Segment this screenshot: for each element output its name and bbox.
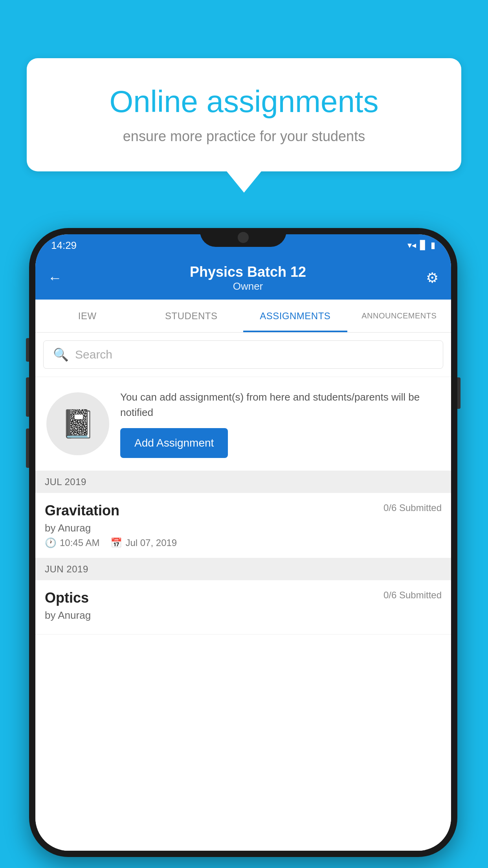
screen-content: 🔍 Search 📓 You can add assignment(s) fro… bbox=[35, 333, 451, 851]
status-time: 14:29 bbox=[51, 239, 77, 252]
assignment-name-optics: Optics bbox=[45, 590, 89, 606]
search-container: 🔍 Search bbox=[35, 333, 451, 377]
wifi-icon: ▾◂ bbox=[407, 240, 416, 250]
app-bar-subtitle: Owner bbox=[70, 280, 426, 292]
section-header-jun: JUN 2019 bbox=[35, 558, 451, 580]
silent-button bbox=[26, 428, 29, 468]
assignment-submitted-gravitation: 0/6 Submitted bbox=[383, 502, 442, 513]
phone-camera bbox=[238, 232, 249, 243]
tabs-bar: IEW STUDENTS ASSIGNMENTS ANNOUNCEMENTS bbox=[35, 300, 451, 333]
section-header-jul: JUL 2019 bbox=[35, 471, 451, 493]
calendar-icon: 📅 bbox=[110, 537, 122, 548]
assignment-submitted-optics: 0/6 Submitted bbox=[383, 590, 442, 601]
speech-bubble-wrapper: Online assignments ensure more practice … bbox=[27, 58, 461, 193]
assignment-date-value: Jul 07, 2019 bbox=[125, 537, 177, 548]
phone-wrapper: 14:29 ▾◂ ▊ ▮ ← Physics Batch 12 Owner ⚙ … bbox=[29, 228, 457, 857]
app-bar: ← Physics Batch 12 Owner ⚙ bbox=[35, 256, 451, 300]
search-placeholder: Search bbox=[75, 348, 112, 361]
assignment-by-optics: by Anurag bbox=[45, 609, 442, 622]
assignment-date: 📅 Jul 07, 2019 bbox=[110, 537, 177, 548]
volume-down-button bbox=[26, 377, 29, 417]
assignment-time-value: 10:45 AM bbox=[60, 537, 99, 548]
battery-icon: ▮ bbox=[431, 240, 435, 250]
phone-frame: 14:29 ▾◂ ▊ ▮ ← Physics Batch 12 Owner ⚙ … bbox=[29, 228, 457, 857]
add-assignment-button[interactable]: Add Assignment bbox=[120, 428, 228, 458]
signal-icon: ▊ bbox=[420, 240, 427, 250]
assignment-item-gravitation[interactable]: Gravitation 0/6 Submitted by Anurag 🕐 10… bbox=[35, 493, 451, 558]
tab-overview[interactable]: IEW bbox=[35, 300, 139, 332]
empty-state-text: You can add assignment(s) from here and … bbox=[120, 390, 440, 420]
search-icon: 🔍 bbox=[53, 347, 69, 362]
search-box[interactable]: 🔍 Search bbox=[43, 340, 443, 369]
clock-icon: 🕐 bbox=[45, 537, 57, 548]
app-bar-title: Physics Batch 12 bbox=[70, 263, 426, 280]
volume-up-button bbox=[26, 338, 29, 362]
tab-assignments[interactable]: ASSIGNMENTS bbox=[243, 300, 347, 332]
empty-state-right: You can add assignment(s) from here and … bbox=[120, 390, 440, 458]
assignment-time: 🕐 10:45 AM bbox=[45, 537, 99, 548]
assignment-top: Gravitation 0/6 Submitted bbox=[45, 502, 442, 519]
status-icons: ▾◂ ▊ ▮ bbox=[407, 240, 435, 250]
tab-students[interactable]: STUDENTS bbox=[139, 300, 244, 332]
notebook-icon: 📓 bbox=[61, 408, 95, 440]
settings-button[interactable]: ⚙ bbox=[426, 270, 438, 286]
speech-bubble-subtitle: ensure more practice for your students bbox=[58, 128, 430, 145]
speech-bubble-tail bbox=[227, 171, 261, 193]
speech-bubble: Online assignments ensure more practice … bbox=[27, 58, 461, 171]
assignment-meta-gravitation: 🕐 10:45 AM 📅 Jul 07, 2019 bbox=[45, 537, 442, 548]
empty-icon-circle: 📓 bbox=[46, 392, 109, 455]
power-button bbox=[457, 377, 460, 409]
assignment-item-optics[interactable]: Optics 0/6 Submitted by Anurag bbox=[35, 580, 451, 634]
phone-notch bbox=[200, 228, 286, 247]
assignment-name-gravitation: Gravitation bbox=[45, 502, 119, 519]
assignment-by-gravitation: by Anurag bbox=[45, 522, 442, 534]
phone-screen: 14:29 ▾◂ ▊ ▮ ← Physics Batch 12 Owner ⚙ … bbox=[35, 234, 451, 851]
app-bar-title-group: Physics Batch 12 Owner bbox=[70, 263, 426, 292]
back-button[interactable]: ← bbox=[48, 270, 62, 286]
tab-announcements[interactable]: ANNOUNCEMENTS bbox=[347, 300, 451, 332]
speech-bubble-title: Online assignments bbox=[58, 85, 430, 119]
empty-state: 📓 You can add assignment(s) from here an… bbox=[35, 377, 451, 471]
assignment-top-optics: Optics 0/6 Submitted bbox=[45, 590, 442, 606]
